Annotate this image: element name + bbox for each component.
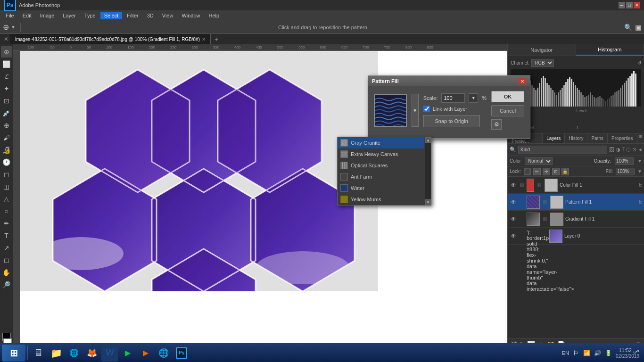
channel-select[interactable]: RGB <box>531 59 554 67</box>
pattern-preview-box[interactable] <box>374 94 407 127</box>
clone-tool[interactable]: 🔏 <box>1 144 12 156</box>
opacity-arrow[interactable]: ▼ <box>637 158 642 164</box>
marquee-tool[interactable]: ⬜ <box>1 58 12 70</box>
taskbar-player-icon[interactable]: ▶ <box>137 345 154 362</box>
new-tab-button[interactable]: + <box>211 35 222 43</box>
pattern-list-item-water[interactable]: Water <box>338 182 424 194</box>
menu-help[interactable]: Help <box>205 12 223 19</box>
filter-toggle[interactable]: ● <box>639 147 642 153</box>
taskbar-explorer-icon[interactable]: 🖥 <box>30 345 47 362</box>
start-button[interactable]: ⊞ <box>2 345 25 362</box>
snap-to-origin-button[interactable]: Snap to Origin <box>423 115 480 127</box>
fill-arrow[interactable]: ▼ <box>637 169 642 174</box>
tab-paths[interactable]: Paths <box>587 133 608 143</box>
pattern-list-item-extra-canvas[interactable]: Extra Heavy Canvas <box>338 148 424 160</box>
menu-3d[interactable]: 3D <box>143 12 157 19</box>
layer-item-pattern-fill[interactable]: 👁 ⛓ Pattern Fill 1 fx <box>508 194 644 211</box>
crop-tool[interactable]: ⊡ <box>1 95 12 107</box>
cancel-button[interactable]: Cancel <box>491 105 524 116</box>
hand-tool[interactable]: ✋ <box>1 267 12 278</box>
smartobj-filter[interactable]: ⊙ <box>632 147 636 153</box>
blur-tool[interactable]: △ <box>1 193 12 205</box>
taskbar-word-icon[interactable]: W <box>101 345 118 362</box>
eyedropper-tool[interactable]: 💉 <box>1 107 12 119</box>
pattern-list-scrollbar[interactable]: ▲ ▼ <box>425 137 431 205</box>
panel-icon[interactable]: ▣ <box>635 24 641 31</box>
layer-visibility-toggle[interactable]: 👁 <box>510 198 517 206</box>
eraser-tool[interactable]: ◻ <box>1 169 12 180</box>
scale-dropdown-button[interactable]: ▼ <box>469 93 478 103</box>
tab-properties[interactable]: Properties <box>608 133 637 143</box>
gradient-tool[interactable]: ◫ <box>1 181 12 192</box>
brush-tool[interactable]: 🖌 <box>1 132 12 143</box>
layer-item-color-fill[interactable]: 👁 ⛓ ⛓ Color Fill 1 fx <box>508 177 644 194</box>
tab-history[interactable]: History <box>565 133 587 143</box>
layer-visibility-toggle[interactable]: 👁 <box>510 215 517 223</box>
menu-image[interactable]: Image <box>36 12 58 19</box>
lock-transparent-icon[interactable]: ⬛ <box>524 168 531 175</box>
tab-histogram[interactable]: Histogram <box>576 44 644 56</box>
menu-file[interactable]: File <box>2 12 18 19</box>
fill-input[interactable] <box>616 168 635 175</box>
type-filter[interactable]: T <box>622 147 625 153</box>
pattern-list-item-optical-squares[interactable]: Optical Squares <box>338 160 424 171</box>
type-tool[interactable]: T <box>1 230 12 241</box>
lock-artboard-icon[interactable]: ⊡ <box>552 168 560 175</box>
zoom-tool[interactable]: 🔎 <box>1 279 12 290</box>
menu-view[interactable]: View <box>158 12 177 19</box>
path-select-tool[interactable]: ↗ <box>1 242 12 254</box>
opacity-select[interactable]: Normal <box>525 157 553 165</box>
taskbar-folder-icon[interactable]: 📁 <box>48 345 65 362</box>
taskbar-ie-icon[interactable]: 🌐 <box>66 345 83 362</box>
lock-all-icon[interactable]: 🔒 <box>561 168 569 175</box>
menu-window[interactable]: Window <box>178 12 204 19</box>
shape-tool[interactable]: ◻ <box>1 255 12 266</box>
tab-close-left[interactable]: ✕ <box>2 36 10 42</box>
minimize-button[interactable]: ─ <box>619 2 625 8</box>
pattern-dialog-close-button[interactable]: ✕ <box>519 78 526 84</box>
layers-kind-filter[interactable] <box>518 146 607 154</box>
layer-visibility-toggle[interactable]: 👁 <box>510 181 517 189</box>
move-tool-icon[interactable]: ⊕ <box>3 23 9 32</box>
taskbar-media-icon[interactable]: ▶ <box>119 345 136 362</box>
layers-panel-menu[interactable]: ≡ <box>637 133 644 143</box>
search-icon[interactable]: 🔍 <box>624 24 632 31</box>
link-with-layer-checkbox[interactable] <box>423 106 430 112</box>
pen-tool[interactable]: ✒ <box>1 218 12 229</box>
dodge-tool[interactable]: ○ <box>1 206 12 217</box>
maximize-button[interactable]: □ <box>626 2 633 8</box>
menu-select[interactable]: Select <box>100 12 123 19</box>
pattern-list-item-yellow-mums[interactable]: Yellow Mums <box>338 194 424 205</box>
pattern-settings-icon[interactable]: ⚙ <box>491 119 502 130</box>
close-button[interactable]: ✕ <box>634 2 640 8</box>
scale-input[interactable] <box>441 93 465 103</box>
menu-filter[interactable]: Filter <box>123 12 142 19</box>
active-tab[interactable]: images-482252-001-570a81d93df78c7d9edc0d… <box>10 34 211 44</box>
taskbar-firefox-icon[interactable]: 🦊 <box>83 345 100 362</box>
magic-wand-tool[interactable]: ✦ <box>1 83 12 94</box>
move-tool[interactable]: ⊕ <box>1 46 12 58</box>
refresh-icon[interactable]: ↺ <box>637 60 641 66</box>
menu-edit[interactable]: Edit <box>19 12 35 19</box>
scroll-up-button[interactable]: ▲ <box>425 137 431 143</box>
lock-position-icon[interactable]: ✛ <box>543 168 550 175</box>
pattern-list-item-gray-granite[interactable]: Gray Granite <box>338 137 424 148</box>
menu-layer[interactable]: Layer <box>59 12 80 19</box>
layer-item-gradient-fill[interactable]: 👁 ⛓ Gradient Fill 1 <box>508 211 644 228</box>
lasso-tool[interactable]: 𝓛 <box>1 71 12 82</box>
adjustment-filter[interactable]: ◑ <box>616 147 620 153</box>
scroll-down-button[interactable]: ▼ <box>425 199 431 205</box>
pattern-list-item-ant-farm[interactable]: Ant Farm <box>338 171 424 182</box>
menu-type[interactable]: Type <box>81 12 99 19</box>
history-tool[interactable]: 🕐 <box>1 156 12 168</box>
shape-filter[interactable]: ⬡ <box>626 147 631 153</box>
layer-item-layer0[interactable]: 👁 '); border:1px solid #888; flex-shrink… <box>508 228 644 245</box>
taskbar-ps-icon[interactable]: Ps <box>173 345 190 362</box>
pixel-filter[interactable]: 🖼 <box>609 147 614 153</box>
ok-button[interactable]: OK <box>491 91 524 102</box>
tab-layers[interactable]: Layers <box>543 133 565 143</box>
layer-visibility-toggle[interactable]: 👁 <box>510 232 517 240</box>
pattern-dropdown-button[interactable]: ▼ <box>412 94 419 127</box>
taskbar-chrome-icon[interactable]: 🌐 <box>155 345 172 362</box>
opacity-input[interactable] <box>615 157 634 165</box>
